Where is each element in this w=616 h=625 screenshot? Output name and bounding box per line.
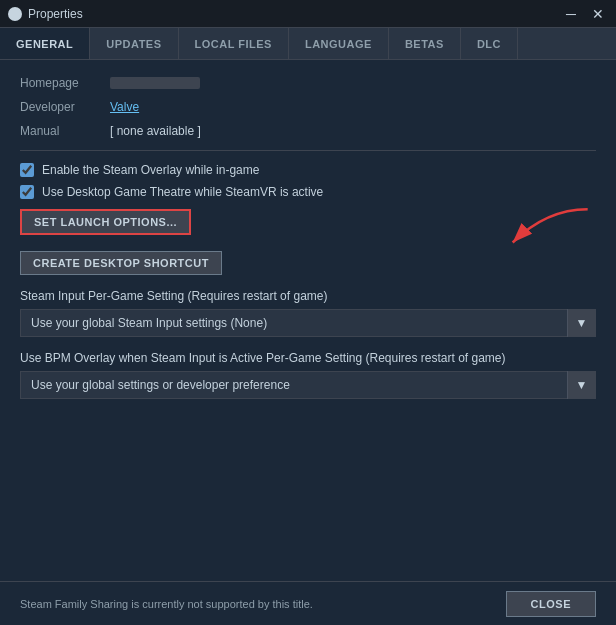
window-title: Properties	[28, 7, 83, 21]
homepage-row: Homepage	[20, 76, 596, 90]
overlay-checkbox-row: Enable the Steam Overlay while in-game	[20, 163, 596, 177]
developer-value: Valve	[110, 100, 139, 114]
set-launch-options-row: SET LAUNCH OPTIONS...	[20, 209, 596, 235]
manual-label: Manual	[20, 124, 110, 138]
steam-input-dropdown-arrow[interactable]: ▼	[567, 309, 595, 337]
family-sharing-note: Steam Family Sharing is currently not su…	[20, 598, 313, 610]
homepage-label: Homepage	[20, 76, 110, 90]
tab-bar: GENERAL UPDATES LOCAL FILES LANGUAGE BET…	[0, 28, 616, 60]
theatre-checkbox-row: Use Desktop Game Theatre while SteamVR i…	[20, 185, 596, 199]
close-button[interactable]: CLOSE	[506, 591, 596, 617]
minimize-button[interactable]: ─	[562, 7, 580, 21]
bpm-dropdown[interactable]: Use your global settings or developer pr…	[20, 371, 596, 399]
title-controls: ─ ✕	[562, 7, 608, 21]
developer-link[interactable]: Valve	[110, 100, 139, 114]
tab-dlc[interactable]: DLC	[461, 28, 518, 59]
tab-language[interactable]: LANGUAGE	[289, 28, 389, 59]
title-bar: Properties ─ ✕	[0, 0, 616, 28]
developer-row: Developer Valve	[20, 100, 596, 114]
tab-local-files[interactable]: LOCAL FILES	[179, 28, 289, 59]
overlay-checkbox-label: Enable the Steam Overlay while in-game	[42, 163, 259, 177]
footer: Steam Family Sharing is currently not su…	[0, 581, 616, 625]
tab-updates[interactable]: UPDATES	[90, 28, 178, 59]
developer-label: Developer	[20, 100, 110, 114]
create-shortcut-button[interactable]: CREATE DESKTOP SHORTCUT	[20, 251, 222, 275]
steam-input-label: Steam Input Per-Game Setting (Requires r…	[20, 289, 596, 303]
manual-row: Manual [ none available ]	[20, 124, 596, 138]
tab-general[interactable]: GENERAL	[0, 28, 90, 59]
bpm-dropdown-arrow[interactable]: ▼	[567, 371, 595, 399]
window-close-button[interactable]: ✕	[588, 7, 608, 21]
theatre-checkbox-label: Use Desktop Game Theatre while SteamVR i…	[42, 185, 323, 199]
bpm-overlay-label: Use BPM Overlay when Steam Input is Acti…	[20, 351, 596, 365]
homepage-value-bar	[110, 77, 200, 89]
general-content: Homepage Developer Valve Manual [ none a…	[0, 60, 616, 581]
create-shortcut-row: CREATE DESKTOP SHORTCUT	[20, 245, 596, 275]
title-bar-left: Properties	[8, 7, 83, 21]
tab-betas[interactable]: BETAS	[389, 28, 461, 59]
overlay-checkbox[interactable]	[20, 163, 34, 177]
steam-input-dropdown-value: Use your global Steam Input settings (No…	[21, 316, 567, 330]
steam-input-dropdown[interactable]: Use your global Steam Input settings (No…	[20, 309, 596, 337]
theatre-checkbox[interactable]	[20, 185, 34, 199]
set-launch-options-button[interactable]: SET LAUNCH OPTIONS...	[20, 209, 191, 235]
manual-value: [ none available ]	[110, 124, 201, 138]
steam-icon	[8, 7, 22, 21]
bpm-dropdown-value: Use your global settings or developer pr…	[21, 378, 567, 392]
divider-1	[20, 150, 596, 151]
